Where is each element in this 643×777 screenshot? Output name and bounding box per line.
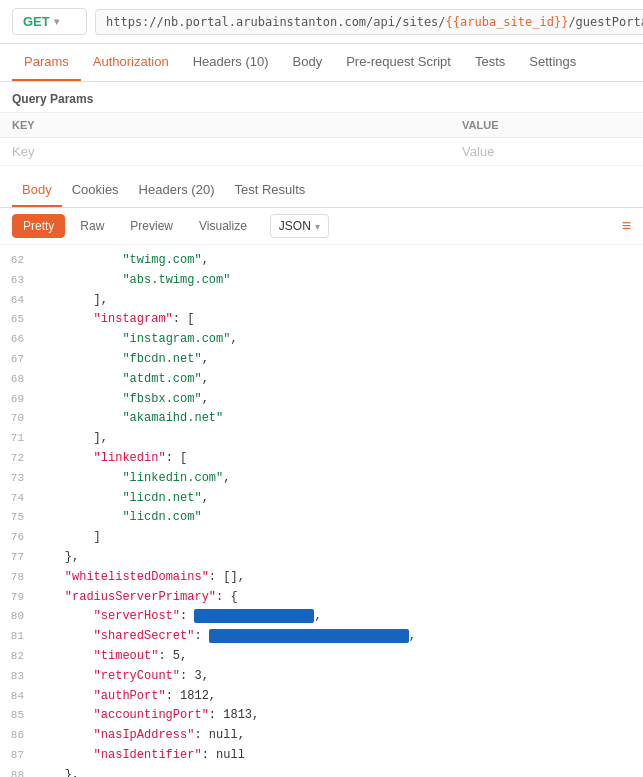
code-line-68: 68 "atdmt.com", <box>0 370 643 390</box>
code-line-82: 82 "timeout": 5, <box>0 647 643 667</box>
value-header: VALUE <box>450 113 643 138</box>
code-line-69: 69 "fbsbx.com", <box>0 390 643 410</box>
response-tab-body[interactable]: Body <box>12 174 62 207</box>
code-line-65: 65 "instagram": [ <box>0 310 643 330</box>
value-cell[interactable]: Value <box>450 138 643 166</box>
fmt-pretty[interactable]: Pretty <box>12 214 65 238</box>
query-params-section-label: Query Params <box>0 82 643 112</box>
tab-prerequest[interactable]: Pre-request Script <box>334 44 463 81</box>
code-line-88: 88 }, <box>0 766 643 777</box>
url-input[interactable]: https://nb.portal.arubainstanton.com/api… <box>95 9 643 35</box>
tab-tests[interactable]: Tests <box>463 44 517 81</box>
code-line-67: 67 "fbcdn.net", <box>0 350 643 370</box>
format-row: Pretty Raw Preview Visualize JSON ▾ ≡ <box>0 208 643 245</box>
code-line-87: 87 "nasIdentifier": null <box>0 746 643 766</box>
fmt-visualize[interactable]: Visualize <box>188 214 258 238</box>
code-line-64: 64 ], <box>0 291 643 311</box>
code-line-72: 72 "linkedin": [ <box>0 449 643 469</box>
code-line-63: 63 "abs.twimg.com" <box>0 271 643 291</box>
url-suffix: /guestPortalSettings <box>568 15 643 29</box>
code-line-77: 77 }, <box>0 548 643 568</box>
query-params-table: KEY VALUE Key Value <box>0 112 643 166</box>
url-prefix: https://nb.portal.arubainstanton.com/api… <box>106 15 446 29</box>
fmt-preview[interactable]: Preview <box>119 214 184 238</box>
json-chevron-icon: ▾ <box>315 221 320 232</box>
url-bar: GET ▾ https://nb.portal.arubainstanton.c… <box>0 0 643 44</box>
fmt-raw[interactable]: Raw <box>69 214 115 238</box>
key-cell[interactable]: Key <box>0 138 450 166</box>
code-line-86: 86 "nasIpAddress": null, <box>0 726 643 746</box>
tab-authorization[interactable]: Authorization <box>81 44 181 81</box>
url-param: {{aruba_site_id}} <box>446 15 569 29</box>
code-line-85: 85 "accountingPort": 1813, <box>0 706 643 726</box>
redacted-shared-secret <box>209 629 409 643</box>
response-tab-test-results[interactable]: Test Results <box>224 174 315 207</box>
wrap-icon[interactable]: ≡ <box>622 217 631 235</box>
json-format-select[interactable]: JSON ▾ <box>270 214 329 238</box>
tab-params[interactable]: Params <box>12 44 81 81</box>
code-line-73: 73 "linkedin.com", <box>0 469 643 489</box>
code-line-78: 78 "whitelistedDomains": [], <box>0 568 643 588</box>
tab-body[interactable]: Body <box>281 44 335 81</box>
key-header: KEY <box>0 113 450 138</box>
table-row: Key Value <box>0 138 643 166</box>
code-line-80: 80 "serverHost": , <box>0 607 643 627</box>
code-line-83: 83 "retryCount": 3, <box>0 667 643 687</box>
code-line-84: 84 "authPort": 1812, <box>0 687 643 707</box>
code-area: 62 "twimg.com", 63 "abs.twimg.com" 64 ],… <box>0 245 643 777</box>
code-line-70: 70 "akamaihd.net" <box>0 409 643 429</box>
code-line-75: 75 "licdn.com" <box>0 508 643 528</box>
code-line-74: 74 "licdn.net", <box>0 489 643 509</box>
code-line-66: 66 "instagram.com", <box>0 330 643 350</box>
code-line-81: 81 "sharedSecret": , <box>0 627 643 647</box>
method-chevron-icon: ▾ <box>54 16 59 27</box>
redacted-server-host <box>194 609 314 623</box>
request-tabs: Params Authorization Headers (10) Body P… <box>0 44 643 82</box>
code-line-62: 62 "twimg.com", <box>0 251 643 271</box>
tab-settings[interactable]: Settings <box>517 44 588 81</box>
method-select[interactable]: GET ▾ <box>12 8 87 35</box>
tab-headers[interactable]: Headers (10) <box>181 44 281 81</box>
code-line-79: 79 "radiusServerPrimary": { <box>0 588 643 608</box>
code-line-71: 71 ], <box>0 429 643 449</box>
code-line-76: 76 ] <box>0 528 643 548</box>
response-tab-cookies[interactable]: Cookies <box>62 174 129 207</box>
method-label: GET <box>23 14 50 29</box>
response-tabs: Body Cookies Headers (20) Test Results <box>0 174 643 208</box>
response-tab-headers[interactable]: Headers (20) <box>129 174 225 207</box>
json-format-label: JSON <box>279 219 311 233</box>
